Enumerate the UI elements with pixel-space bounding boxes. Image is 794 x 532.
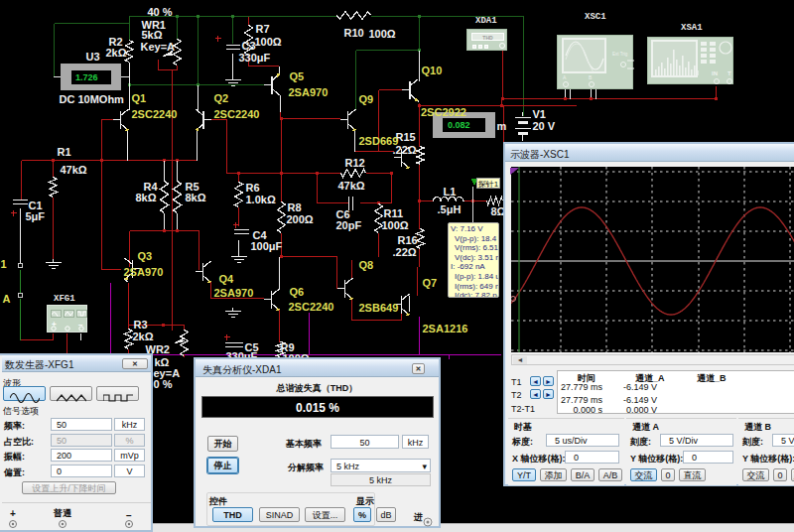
svg-text:0 %: 0 % xyxy=(154,378,173,390)
svg-text:2SB649: 2SB649 xyxy=(359,302,399,314)
svg-text:Q2: Q2 xyxy=(214,92,229,104)
svg-text:Q4: Q4 xyxy=(219,273,235,285)
svg-text:5μF: 5μF xyxy=(26,210,46,222)
svg-text:U3: U3 xyxy=(86,51,100,63)
svg-text:IN: IN xyxy=(712,70,718,76)
svg-text:100μF: 100μF xyxy=(251,240,283,252)
svg-text:5kΩ: 5kΩ xyxy=(142,29,163,41)
svg-text:20pF: 20pF xyxy=(336,219,362,231)
svg-text:8kΩ: 8kΩ xyxy=(186,192,206,203)
svg-text:A: A xyxy=(3,293,11,305)
svg-text:R7: R7 xyxy=(256,23,270,35)
svg-text:2SA1216: 2SA1216 xyxy=(423,323,468,334)
svg-text:47kΩ: 47kΩ xyxy=(61,164,87,176)
svg-text:Q1: Q1 xyxy=(132,92,147,104)
svg-text:Q10: Q10 xyxy=(422,65,443,76)
svg-text:100Ω: 100Ω xyxy=(369,28,396,40)
svg-text:L1: L1 xyxy=(444,186,457,198)
svg-text:2kΩ: 2kΩ xyxy=(133,331,154,342)
svg-text:R11: R11 xyxy=(384,207,404,219)
svg-text:Q7: Q7 xyxy=(423,277,438,289)
svg-text:1: 1 xyxy=(1,258,7,270)
svg-text:T: T xyxy=(728,70,731,76)
svg-text:A: A xyxy=(563,74,567,80)
svg-text:Q8: Q8 xyxy=(359,259,374,271)
svg-text:2SA970: 2SA970 xyxy=(124,266,164,278)
svg-text:40 %: 40 % xyxy=(148,6,173,18)
svg-text:2SD669: 2SD669 xyxy=(359,135,399,147)
svg-text:R16: R16 xyxy=(398,234,418,246)
svg-text:DC 10MOhm: DC 10MOhm xyxy=(60,93,125,105)
svg-text:Q5: Q5 xyxy=(290,70,305,82)
svg-text:m: m xyxy=(497,120,507,132)
svg-text:Q9: Q9 xyxy=(359,93,374,105)
svg-text:8kΩ: 8kΩ xyxy=(136,192,157,203)
svg-text:B: B xyxy=(589,74,593,80)
svg-text:.22Ω: .22Ω xyxy=(393,246,417,258)
svg-text:V1: V1 xyxy=(533,108,546,120)
svg-text:C3: C3 xyxy=(242,40,256,52)
svg-text:20 V: 20 V xyxy=(533,120,556,132)
svg-text:2SC2240: 2SC2240 xyxy=(132,108,178,120)
svg-text:2kΩ: 2kΩ xyxy=(106,47,127,59)
svg-text:100Ω: 100Ω xyxy=(255,36,282,48)
svg-text:2SC2240: 2SC2240 xyxy=(289,301,334,313)
svg-text:Q3: Q3 xyxy=(138,250,153,262)
svg-text:R3: R3 xyxy=(134,319,148,331)
svg-text:100Ω: 100Ω xyxy=(382,219,409,231)
svg-text:2SA970: 2SA970 xyxy=(289,86,329,98)
svg-text:.5μH: .5μH xyxy=(438,203,462,215)
svg-text:R15: R15 xyxy=(396,131,416,143)
svg-text:R8: R8 xyxy=(288,201,302,213)
svg-text:47kΩ: 47kΩ xyxy=(338,180,365,192)
svg-text:330μF: 330μF xyxy=(239,52,271,64)
svg-text:2SC2240: 2SC2240 xyxy=(214,108,260,120)
svg-text:1.0kΩ: 1.0kΩ xyxy=(246,194,276,205)
svg-text:200Ω: 200Ω xyxy=(287,213,314,225)
svg-text:R10: R10 xyxy=(344,27,364,39)
svg-text:Q6: Q6 xyxy=(290,286,305,298)
svg-text:Key=A: Key=A xyxy=(141,41,176,53)
svg-text:R12: R12 xyxy=(345,157,365,169)
svg-text:R1: R1 xyxy=(58,146,71,158)
svg-text:2SA970: 2SA970 xyxy=(214,287,254,299)
svg-text:R6: R6 xyxy=(246,182,260,194)
